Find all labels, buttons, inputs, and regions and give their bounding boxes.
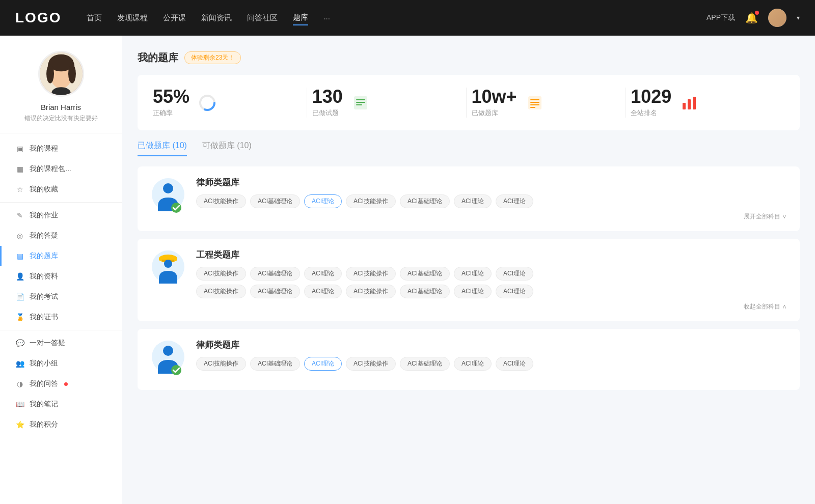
tag-aci-basic-1[interactable]: ACI基础理论 xyxy=(250,194,300,208)
stat-icon-done xyxy=(350,93,371,113)
svg-rect-17 xyxy=(530,107,535,108)
tag-eng-theory-6[interactable]: ACI理论 xyxy=(496,285,533,298)
svg-rect-12 xyxy=(356,104,362,105)
stat-group-rank: 1029 全站排名 xyxy=(631,88,671,118)
sidebar-item-collect[interactable]: ☆ 我的收藏 xyxy=(0,179,122,200)
profile-icon: 👤 xyxy=(15,272,24,281)
nav-more[interactable]: ··· xyxy=(323,12,330,24)
stat-done-banks: 10w+ 已做题库 xyxy=(467,88,626,118)
user-name: Brian Harris xyxy=(41,103,81,111)
sidebar-item-group[interactable]: 👥 我的小组 xyxy=(0,353,122,374)
tag-aci-theory-active-1[interactable]: ACI理论 xyxy=(304,194,342,208)
bank-card-lawyer-2: 律师类题库 ACI技能操作 ACI基础理论 ACI理论 ACI技能操作 ACI基… xyxy=(138,329,800,390)
sidebar-item-homework[interactable]: ✎ 我的作业 xyxy=(0,205,122,226)
sidebar-divider-2 xyxy=(0,330,122,330)
nav-bank[interactable]: 题库 xyxy=(293,11,308,25)
one-on-one-icon: 💬 xyxy=(15,339,24,348)
tag-aci-basic-2[interactable]: ACI基础理论 xyxy=(400,194,450,208)
tag-law2-theory-active[interactable]: ACI理论 xyxy=(304,357,342,371)
nav-home[interactable]: 首页 xyxy=(87,11,102,25)
tag-eng-theory-2[interactable]: ACI理论 xyxy=(454,267,492,281)
tag-eng-skill-1[interactable]: ACI技能操作 xyxy=(196,267,246,281)
tab-available[interactable]: 可做题库 (10) xyxy=(202,141,252,156)
app-download-button[interactable]: APP下载 xyxy=(707,13,735,22)
sidebar-label-qa: 我的答疑 xyxy=(30,231,58,240)
svg-rect-10 xyxy=(356,99,365,100)
bank-content-engineer: 工程类题库 ACI技能操作 ACI基础理论 ACI理论 ACI技能操作 ACI基… xyxy=(196,249,787,311)
trial-badge: 体验剩余23天！ xyxy=(184,51,241,64)
sidebar-item-course-pack[interactable]: ▦ 我的课程包... xyxy=(0,159,122,179)
stats-bar: 55% 正确率 130 已做试题 xyxy=(138,75,800,130)
tag-eng-basic-3[interactable]: ACI基础理论 xyxy=(250,285,300,298)
avatar-image xyxy=(768,9,786,27)
nav-open-course[interactable]: 公开课 xyxy=(163,11,186,25)
bank-tags-engineer-row2: ACI技能操作 ACI基础理论 ACI理论 ACI技能操作 ACI基础理论 AC… xyxy=(196,285,787,298)
sidebar-label-one-on-one: 一对一答疑 xyxy=(30,339,65,348)
stat-group-done: 130 已做试题 xyxy=(312,88,343,118)
tag-aci-skill-2[interactable]: ACI技能操作 xyxy=(346,194,396,208)
bank-title-lawyer-1: 律师类题库 xyxy=(196,177,787,188)
tag-law2-skill-1[interactable]: ACI技能操作 xyxy=(196,357,246,371)
tag-eng-basic-4[interactable]: ACI基础理论 xyxy=(400,285,450,298)
homework-icon: ✎ xyxy=(15,211,24,220)
sidebar-item-points[interactable]: ⭐ 我的积分 xyxy=(0,414,122,435)
tag-eng-theory-3[interactable]: ACI理论 xyxy=(496,267,533,281)
sidebar-label-course-pack: 我的课程包... xyxy=(30,164,71,174)
stat-value-rank: 1029 xyxy=(631,88,671,106)
tag-eng-skill-4[interactable]: ACI技能操作 xyxy=(346,285,396,298)
stat-label-done: 已做试题 xyxy=(312,108,343,118)
sidebar-item-myqa[interactable]: ◑ 我的问答 xyxy=(0,374,122,394)
sidebar-label-myqa: 我的问答 xyxy=(30,379,58,388)
tag-eng-basic-1[interactable]: ACI基础理论 xyxy=(250,267,300,281)
sidebar-item-exam[interactable]: 📄 我的考试 xyxy=(0,287,122,307)
tag-aci-theory-2[interactable]: ACI理论 xyxy=(454,194,492,208)
stat-label-rank: 全站排名 xyxy=(631,108,671,118)
tag-eng-theory-1[interactable]: ACI理论 xyxy=(304,267,342,281)
nav-links: 首页 发现课程 公开课 新闻资讯 问答社区 题库 ··· xyxy=(87,11,707,25)
tag-law2-basic-1[interactable]: ACI基础理论 xyxy=(250,357,300,371)
tag-eng-theory-4[interactable]: ACI理论 xyxy=(304,285,342,298)
sidebar-item-course[interactable]: ▣ 我的课程 xyxy=(0,138,122,159)
tag-aci-theory-3[interactable]: ACI理论 xyxy=(496,194,533,208)
sidebar-label-notes: 我的笔记 xyxy=(30,400,58,409)
collapse-button-engineer[interactable]: 收起全部科目 ∧ xyxy=(196,302,787,311)
tag-eng-theory-5[interactable]: ACI理论 xyxy=(454,285,492,298)
svg-point-30 xyxy=(163,346,173,356)
tag-aci-skill-1[interactable]: ACI技能操作 xyxy=(196,194,246,208)
sidebar-item-bank[interactable]: ▤ 我的题库 xyxy=(0,246,122,266)
nav-discover[interactable]: 发现课程 xyxy=(117,11,148,25)
sidebar-item-notes[interactable]: 📖 我的笔记 xyxy=(0,394,122,414)
engineer-icon-svg xyxy=(152,250,185,289)
sidebar-item-qa[interactable]: ◎ 我的答疑 xyxy=(0,226,122,246)
sidebar-item-one-on-one[interactable]: 💬 一对一答疑 xyxy=(0,333,122,353)
avatar[interactable] xyxy=(768,9,786,27)
svg-point-28 xyxy=(164,260,172,268)
tag-law2-theory-3[interactable]: ACI理论 xyxy=(496,357,533,371)
expand-button-lawyer-1[interactable]: 展开全部科目 ∨ xyxy=(196,212,787,221)
tab-done[interactable]: 已做题库 (10) xyxy=(138,141,187,156)
bank-title-lawyer-2: 律师类题库 xyxy=(196,339,787,351)
tag-eng-skill-2[interactable]: ACI技能操作 xyxy=(346,267,396,281)
notes-icon: 📖 xyxy=(15,400,24,409)
page-header: 我的题库 体验剩余23天！ xyxy=(138,51,800,65)
sidebar-item-cert[interactable]: 🏅 我的证书 xyxy=(0,307,122,327)
bank-icon-lawyer-2 xyxy=(150,339,186,380)
sidebar: Brian Harris 错误的决定比没有决定要好 ▣ 我的课程 ▦ 我的课程包… xyxy=(0,36,122,504)
tag-eng-skill-3[interactable]: ACI技能操作 xyxy=(196,285,246,298)
sidebar-label-collect: 我的收藏 xyxy=(30,185,58,194)
user-dropdown-arrow[interactable]: ▾ xyxy=(797,14,800,21)
bank-content-lawyer-1: 律师类题库 ACI技能操作 ACI基础理论 ACI理论 ACI技能操作 ACI基… xyxy=(196,177,787,221)
stat-icon-correct xyxy=(197,93,218,113)
sidebar-label-points: 我的积分 xyxy=(30,420,58,429)
nav-news[interactable]: 新闻资讯 xyxy=(201,11,232,25)
sidebar-menu: ▣ 我的课程 ▦ 我的课程包... ☆ 我的收藏 ✎ 我的作业 ◎ 我的答疑 ▤ xyxy=(0,133,122,440)
svg-rect-20 xyxy=(693,97,696,109)
sidebar-item-profile[interactable]: 👤 我的资料 xyxy=(0,266,122,287)
tag-law2-basic-2[interactable]: ACI基础理论 xyxy=(400,357,450,371)
tag-eng-basic-2[interactable]: ACI基础理论 xyxy=(400,267,450,281)
nav-qa[interactable]: 问答社区 xyxy=(247,11,278,25)
tag-law2-skill-2[interactable]: ACI技能操作 xyxy=(346,357,396,371)
tag-law2-theory-2[interactable]: ACI理论 xyxy=(454,357,492,371)
notification-bell[interactable]: 🔔 xyxy=(745,12,758,24)
nav-right: APP下载 🔔 ▾ xyxy=(707,9,800,27)
